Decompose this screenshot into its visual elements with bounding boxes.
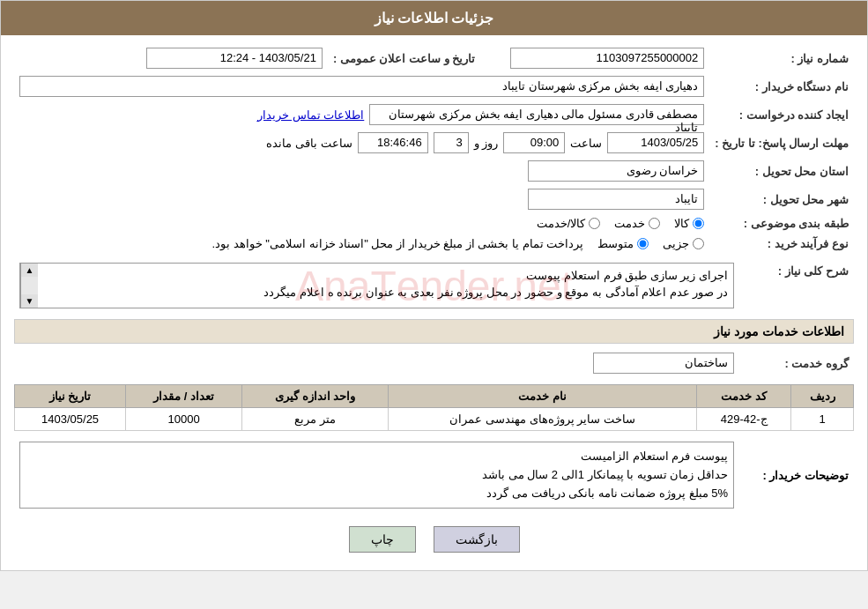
buyer-note-3: 5% مبلغ پروژه ضمانت نامه بانکی دریافت می… [26, 485, 728, 503]
deadline-time-label: ساعت [570, 137, 602, 150]
deadline-date: 1403/05/25 [607, 132, 704, 153]
description-label: شرح کلی نیاز : [739, 259, 854, 312]
col-date: تاریخ نیاز [15, 385, 126, 408]
buyer-org-value: دهیاری ایفه بخش مرکزی شهرستان تایباد [19, 76, 704, 97]
back-button[interactable]: بازگشت [434, 526, 520, 553]
need-number-value: 1103097255000002 [510, 48, 704, 69]
col-unit: واحد اندازه گیری [242, 385, 389, 408]
service-unit: متر مربع [242, 408, 389, 431]
scroll-down-btn[interactable]: ▼ [21, 294, 38, 308]
creator-label: ایجاد کننده درخواست : [709, 100, 854, 129]
description-line2: در صور عدم اعلام آمادگی به موقع و حضور د… [40, 284, 728, 301]
scroll-up-btn[interactable]: ▲ [21, 264, 38, 277]
need-number-label: شماره نیاز : [709, 44, 854, 72]
announce-datetime-value: 1403/05/21 - 12:24 [146, 48, 323, 69]
col-qty: تعداد / مقدار [126, 385, 242, 408]
service-qty: 10000 [126, 408, 242, 431]
announce-datetime-label: تاریخ و ساعت اعلان عمومی : [328, 44, 480, 72]
deadline-time: 09:00 [503, 132, 565, 153]
service-date: 1403/05/25 [15, 408, 126, 431]
province-label: استان محل تحویل : [709, 157, 854, 185]
service-row-num: 1 [791, 408, 854, 431]
process-description: پرداخت تمام یا بخشی از مبلغ خریدار از مح… [211, 237, 583, 250]
creator-value: مصطفی قادری مسئول مالی دهیاری ایفه بخش م… [369, 104, 704, 125]
table-row: 1 ج-42-429 ساخت سایر پروژه‌های مهندسی عم… [15, 408, 854, 431]
buyer-note-1: پیوست فرم استعلام الزامیست [26, 448, 728, 466]
contact-link[interactable]: اطلاعات تماس خریدار [257, 108, 364, 122]
service-name: ساخت سایر پروژه‌های مهندسی عمران [389, 408, 697, 431]
buyer-org-label: نام دستگاه خریدار : [709, 72, 854, 100]
deadline-days: 3 [434, 132, 469, 153]
category-kala[interactable]: کالا [674, 217, 704, 230]
deadline-label: مهلت ارسال پاسخ: تا تاریخ : [709, 129, 854, 157]
print-button[interactable]: چاپ [349, 526, 416, 553]
buyer-notes-label: توضیحات خریدار : [739, 438, 854, 512]
process-type-label: نوع فرآیند خرید : [709, 234, 854, 254]
deadline-remaining-label: ساعت باقی مانده [266, 137, 352, 150]
services-section-title: اطلاعات خدمات مورد نیاز [14, 319, 854, 344]
group-service-label: گروه خدمت : [739, 349, 854, 377]
col-code: کد خدمت [696, 385, 790, 408]
deadline-days-label: روز و [474, 137, 499, 150]
col-row: ردیف [791, 385, 854, 408]
group-service-value: ساختمان [593, 353, 734, 374]
category-khedmat[interactable]: خدمت [614, 217, 660, 230]
category-label: طبقه بندی موضوعی : [709, 213, 854, 234]
buyer-note-2: حداقل زمان تسویه با پیمانکار 1الی 2 سال … [26, 466, 728, 485]
buyer-notes-content: پیوست فرم استعلام الزامیست حداقل زمان تس… [19, 442, 734, 509]
description-line1: اجرای زیر سازی طبق فرم استعلام پیوست [40, 267, 728, 284]
page-title: جزئیات اطلاعات نیاز [1, 1, 867, 35]
col-name: نام خدمت [389, 385, 697, 408]
process-motevaset[interactable]: متوسط [597, 237, 649, 250]
category-kala-khedmat[interactable]: کالا/خدمت [537, 217, 601, 230]
city-label: شهر محل تحویل : [709, 185, 854, 213]
deadline-remaining: 18:46:46 [358, 132, 428, 153]
service-code: ج-42-429 [696, 408, 790, 431]
process-jozei[interactable]: جزیی [663, 237, 704, 250]
city-value: تایباد [528, 189, 704, 210]
province-value: خراسان رضوی [528, 160, 704, 182]
